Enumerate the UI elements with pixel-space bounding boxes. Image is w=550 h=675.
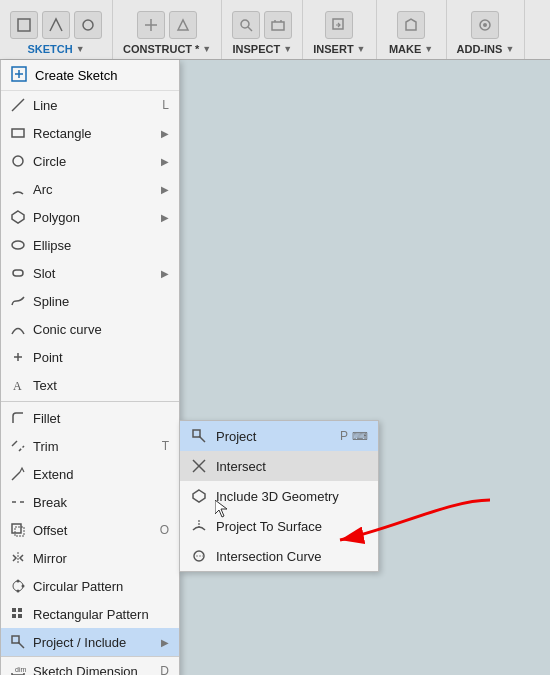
menu-item-fillet[interactable]: Fillet xyxy=(1,404,179,432)
submenu-include3d[interactable]: Include 3D Geometry xyxy=(180,481,378,511)
menu-item-conic[interactable]: Conic curve xyxy=(1,315,179,343)
inspect-section-label[interactable]: INSPECT ▼ xyxy=(232,43,292,55)
sketch-icon-2[interactable] xyxy=(42,11,70,39)
circular-pattern-icon xyxy=(9,577,27,595)
inspect-icon-1[interactable] xyxy=(232,11,260,39)
create-sketch-icon xyxy=(11,66,29,84)
make-icon-1[interactable] xyxy=(397,11,425,39)
construct-section-label[interactable]: CONSTRUCT * ▼ xyxy=(123,43,211,55)
toolbar-section-construct: CONSTRUCT * ▼ xyxy=(113,0,222,59)
submenu-include3d-label: Include 3D Geometry xyxy=(216,489,339,504)
menu-trim-shortcut: T xyxy=(162,439,169,453)
svg-rect-28 xyxy=(15,527,24,536)
arc-icon xyxy=(9,180,27,198)
submenu-project-icon xyxy=(190,427,208,445)
svg-point-9 xyxy=(483,23,487,27)
toolbar-addins-icons xyxy=(471,11,499,39)
construct-icon-1[interactable] xyxy=(137,11,165,39)
insert-icon-1[interactable] xyxy=(325,11,353,39)
inspect-icon-2[interactable] xyxy=(264,11,292,39)
menu-item-rectangle[interactable]: Rectangle ▶ xyxy=(1,119,179,147)
svg-rect-35 xyxy=(18,608,22,612)
svg-rect-4 xyxy=(272,22,284,30)
submenu-project-surface-icon xyxy=(190,517,208,535)
menu-item-ellipse[interactable]: Ellipse xyxy=(1,231,179,259)
submenu-project-shortcut: P xyxy=(340,429,348,443)
inspect-label-text: INSPECT xyxy=(232,43,280,55)
submenu-intersection-curve-icon xyxy=(190,547,208,565)
addins-section-label[interactable]: ADD-INS ▼ xyxy=(457,43,515,55)
menu-item-spline[interactable]: Spline xyxy=(1,287,179,315)
menu-item-mirror[interactable]: Mirror xyxy=(1,544,179,572)
menu-project-include-label: Project / Include xyxy=(33,635,126,650)
menu-item-extend[interactable]: Extend xyxy=(1,460,179,488)
toolbar-make-icons xyxy=(397,11,425,39)
menu-item-arc[interactable]: Arc ▶ xyxy=(1,175,179,203)
divider-1 xyxy=(1,401,179,402)
svg-rect-36 xyxy=(12,614,16,618)
menu-item-line[interactable]: Line L xyxy=(1,91,179,119)
sketch-icon-3[interactable] xyxy=(74,11,102,39)
menu-item-rect-pattern[interactable]: Rectangular Pattern xyxy=(1,600,179,628)
fillet-icon xyxy=(9,409,27,427)
menu-item-trim[interactable]: Trim T xyxy=(1,432,179,460)
menu-item-circular-pattern[interactable]: Circular Pattern xyxy=(1,572,179,600)
menu-conic-label: Conic curve xyxy=(33,322,102,337)
toolbar-construct-icons xyxy=(137,11,197,39)
line-icon xyxy=(9,96,27,114)
insert-section-label[interactable]: INSERT ▼ xyxy=(313,43,365,55)
svg-rect-0 xyxy=(18,19,30,31)
menu-item-point[interactable]: Point xyxy=(1,343,179,371)
menu-item-sketch-dimension[interactable]: dim Sketch Dimension D xyxy=(1,657,179,675)
trim-icon xyxy=(9,437,27,455)
submenu-intersect[interactable]: Intersect xyxy=(180,451,378,481)
submenu-project-to-surface[interactable]: Project To Surface xyxy=(180,511,378,541)
svg-rect-37 xyxy=(18,614,22,618)
menu-item-polygon[interactable]: Polygon ▶ xyxy=(1,203,179,231)
sketch-dimension-icon: dim xyxy=(9,662,27,675)
submenu-project-surface-label: Project To Surface xyxy=(216,519,322,534)
menu-item-offset[interactable]: Offset O xyxy=(1,516,179,544)
menu-item-text[interactable]: A Text xyxy=(1,371,179,399)
menu-spline-label: Spline xyxy=(33,294,69,309)
slot-submenu-arrow: ▶ xyxy=(161,268,169,279)
offset-icon xyxy=(9,521,27,539)
menu-line-shortcut: L xyxy=(162,98,169,112)
svg-point-33 xyxy=(17,590,20,593)
conic-icon xyxy=(9,320,27,338)
menu-circular-pattern-label: Circular Pattern xyxy=(33,579,123,594)
submenu-project[interactable]: Project P ⌨ xyxy=(180,421,378,451)
construct-star: * xyxy=(195,43,199,55)
menu-item-project-include[interactable]: Project / Include ▶ xyxy=(1,628,179,656)
sketch-section-label[interactable]: SKETCH ▼ xyxy=(27,43,84,55)
menu-item-circle[interactable]: Circle ▶ xyxy=(1,147,179,175)
svg-rect-18 xyxy=(13,270,23,276)
submenu-intersection-curve[interactable]: Intersection Curve xyxy=(180,541,378,571)
create-sketch-item[interactable]: Create Sketch xyxy=(1,60,179,91)
break-icon xyxy=(9,493,27,511)
submenu-intersection-curve-label: Intersection Curve xyxy=(216,549,322,564)
construct-icon-2[interactable] xyxy=(169,11,197,39)
make-section-label[interactable]: MAKE ▼ xyxy=(389,43,433,55)
menu-item-break[interactable]: Break xyxy=(1,488,179,516)
spline-icon xyxy=(9,292,27,310)
extend-icon xyxy=(9,465,27,483)
menu-item-slot[interactable]: Slot ▶ xyxy=(1,259,179,287)
svg-line-3 xyxy=(248,27,252,31)
svg-rect-38 xyxy=(12,636,19,643)
submenu-intersect-label: Intersect xyxy=(216,459,266,474)
menu-ellipse-label: Ellipse xyxy=(33,238,71,253)
text-icon: A xyxy=(9,376,27,394)
toolbar-sketch-icons xyxy=(10,11,102,39)
create-sketch-label: Create Sketch xyxy=(35,68,117,83)
svg-text:dim: dim xyxy=(15,666,26,673)
toolbar-insert-icons xyxy=(325,11,353,39)
insert-dropdown-arrow: ▼ xyxy=(357,44,366,54)
construct-dropdown-arrow: ▼ xyxy=(202,44,211,54)
sketch-icon-1[interactable] xyxy=(10,11,38,39)
addins-icon-1[interactable] xyxy=(471,11,499,39)
point-icon xyxy=(9,348,27,366)
svg-point-32 xyxy=(22,585,25,588)
menu-fillet-label: Fillet xyxy=(33,411,60,426)
menu-polygon-label: Polygon xyxy=(33,210,80,225)
